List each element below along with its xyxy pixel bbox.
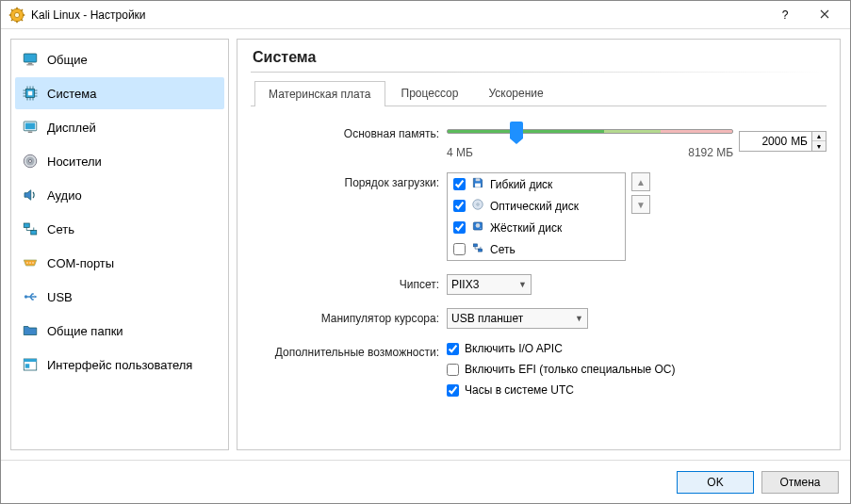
svg-point-45 <box>477 203 479 205</box>
boot-item-0[interactable]: Гибкий диск <box>448 173 625 195</box>
sidebar-item-8[interactable]: Общие папки <box>15 315 224 347</box>
chipset-select[interactable]: PIIX3 ▼ <box>447 274 532 295</box>
heading-rule <box>251 72 826 73</box>
sidebar: ОбщиеСистемаДисплейНосителиАудиоСетьCOM-… <box>10 39 229 450</box>
extra-checkbox[interactable] <box>447 343 459 355</box>
boot-item-2[interactable]: Жёсткий диск <box>448 217 625 238</box>
pointer-value: USB планшет <box>451 312 567 325</box>
bootorder-row: Гибкий дискОптический дискЖёсткий дискСе… <box>447 172 826 261</box>
chevron-down-icon: ▼ <box>575 314 583 323</box>
chevron-down-icon: ▼ <box>518 280 527 289</box>
dialog-footer: OK Отмена <box>1 460 850 503</box>
sidebar-item-5[interactable]: Сеть <box>15 213 224 245</box>
boot-item-1[interactable]: Оптический диск <box>448 195 625 217</box>
extra-option-1[interactable]: Включить EFI (только специальные ОС) <box>447 363 826 376</box>
memory-row: 4 МБ 8192 МБ 2000 МБ ▲ ▼ <box>447 123 826 159</box>
sidebar-item-6[interactable]: COM-порты <box>15 247 224 279</box>
usb-icon <box>21 287 40 306</box>
svg-rect-41 <box>25 364 30 368</box>
boot-item-label: Сеть <box>490 243 516 256</box>
memory-slider[interactable] <box>447 123 733 140</box>
sidebar-item-label: Общие папки <box>47 324 123 338</box>
extra-checkbox[interactable] <box>447 384 459 397</box>
memory-step-down[interactable]: ▼ <box>812 141 826 151</box>
sidebar-item-label: USB <box>47 290 73 304</box>
boot-item-checkbox[interactable] <box>453 178 466 190</box>
help-icon: ? <box>782 8 789 22</box>
tab-0[interactable]: Материнская плата <box>254 81 385 106</box>
svg-rect-12 <box>26 64 34 65</box>
close-button[interactable] <box>805 1 844 28</box>
tabs: Материнская платаПроцессорУскорение <box>251 80 826 106</box>
boot-item-checkbox[interactable] <box>453 243 466 255</box>
svg-point-37 <box>32 262 34 264</box>
boot-item-label: Жёсткий диск <box>490 221 562 235</box>
tab-2[interactable]: Ускорение <box>474 80 557 106</box>
sidebar-item-label: Аудио <box>47 188 82 203</box>
boot-item-checkbox[interactable] <box>453 221 466 234</box>
folder-icon <box>21 321 40 340</box>
svg-rect-40 <box>24 359 37 362</box>
extra-checkbox[interactable] <box>447 364 459 376</box>
boot-item-checkbox[interactable] <box>453 200 466 212</box>
motherboard-form: Основная память: 4 МБ 8192 МБ 2000 <box>251 123 826 397</box>
bootorder-move-down[interactable]: ▼ <box>631 195 650 214</box>
ok-button[interactable]: OK <box>677 471 754 494</box>
cancel-button[interactable]: Отмена <box>761 471 839 494</box>
bootorder-label: Порядок загрузки: <box>251 172 439 189</box>
tab-1[interactable]: Процессор <box>387 80 473 106</box>
sidebar-item-1[interactable]: Система <box>15 77 224 109</box>
svg-rect-33 <box>24 223 29 228</box>
sidebar-item-label: Дисплей <box>47 121 96 135</box>
pointer-select[interactable]: USB планшет ▼ <box>447 308 588 329</box>
boot-item-label: Гибкий диск <box>490 178 552 191</box>
memory-label: Основная память: <box>251 123 439 140</box>
svg-point-47 <box>476 223 481 228</box>
sidebar-item-0[interactable]: Общие <box>15 43 224 75</box>
pointer-label: Манипулятор курсора: <box>251 308 439 325</box>
titlebar: Kali Linux - Настройки ? <box>1 1 850 29</box>
svg-point-48 <box>480 228 481 229</box>
svg-rect-10 <box>24 54 37 62</box>
memory-unit: МБ <box>791 135 811 148</box>
sidebar-item-label: Общие <box>47 53 88 67</box>
extra-option-2[interactable]: Часы в системе UTC <box>447 383 826 397</box>
svg-line-8 <box>22 9 24 11</box>
svg-point-1 <box>14 12 19 17</box>
body: ОбщиеСистемаДисплейНосителиАудиоСетьCOM-… <box>1 29 850 460</box>
sidebar-item-label: Система <box>47 87 96 101</box>
svg-point-35 <box>26 262 28 264</box>
memory-slider-thumb[interactable] <box>510 122 523 138</box>
boot-item-3[interactable]: Сеть <box>448 238 625 260</box>
hdd-icon <box>471 219 484 236</box>
svg-rect-14 <box>28 91 33 96</box>
serial-icon <box>21 253 40 272</box>
optical-icon <box>471 198 484 214</box>
main-pane: Система Материнская платаПроцессорУскоре… <box>237 39 841 450</box>
help-button[interactable]: ? <box>765 1 805 28</box>
svg-rect-50 <box>479 249 483 252</box>
sidebar-item-4[interactable]: Аудио <box>15 179 224 211</box>
display-icon <box>21 118 40 137</box>
memory-spinbox[interactable]: 2000 МБ ▲ ▼ <box>739 131 826 152</box>
svg-rect-43 <box>475 184 481 187</box>
sidebar-item-2[interactable]: Дисплей <box>15 111 224 143</box>
sidebar-item-3[interactable]: Носители <box>15 145 224 177</box>
window-title: Kali Linux - Настройки <box>31 8 765 22</box>
sidebar-item-label: Сеть <box>47 222 74 236</box>
chipset-value: PIIX3 <box>451 278 511 291</box>
memory-step-up[interactable]: ▲ <box>812 132 826 141</box>
bootorder-move-up[interactable]: ▲ <box>631 172 650 191</box>
extra-label: Включить I/O APIC <box>465 342 563 355</box>
extra-option-0[interactable]: Включить I/O APIC <box>447 342 826 355</box>
sidebar-item-label: Интерфейс пользователя <box>47 358 192 372</box>
svg-rect-11 <box>28 63 33 65</box>
sidebar-item-9[interactable]: Интерфейс пользователя <box>15 349 224 381</box>
page-heading: Система <box>253 49 826 66</box>
chip-icon <box>21 84 40 103</box>
bootorder-list[interactable]: Гибкий дискОптический дискЖёсткий дискСе… <box>447 172 626 261</box>
svg-rect-29 <box>28 132 33 134</box>
net-icon <box>471 241 484 257</box>
sidebar-item-7[interactable]: USB <box>15 281 224 313</box>
svg-line-9 <box>11 19 13 21</box>
